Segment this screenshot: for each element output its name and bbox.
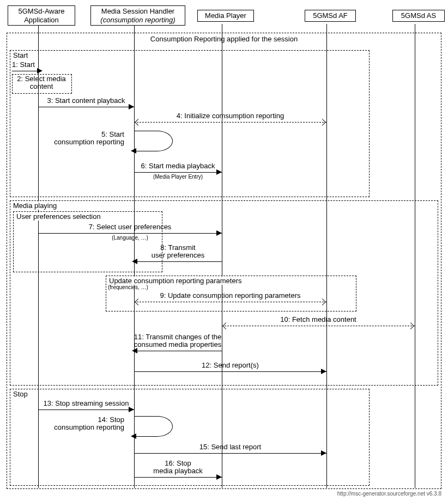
mp-line1: Media Player	[205, 11, 246, 20]
overall-title: Consumption Reporting applied for the se…	[4, 35, 444, 43]
msg-11-label: 11: Transmit changes of the consumed med…	[118, 333, 238, 349]
msg-6-label: 6: Start media playback	[134, 162, 222, 170]
msg-10-label: 10: Fetch media content	[222, 316, 415, 323]
msg-3-label: 3: Start content playback	[38, 97, 134, 105]
msg-7-sub: (Language, …)	[38, 235, 222, 241]
msg-1-label: 1: Start	[12, 61, 35, 69]
msh-line1: Media Session Handler	[101, 7, 174, 15]
msg-15-label: 15: Send last report	[134, 443, 326, 451]
msg-14-loop	[134, 416, 173, 437]
playing-label: Media playing	[12, 201, 58, 210]
msg-5-loop	[134, 131, 173, 151]
sequence-diagram: 5GMSd-Aware Application Media Session Ha…	[4, 4, 444, 497]
participant-msh: Media Session Handler (consumption repor…	[90, 5, 185, 26]
update-label: Update consumption reporting parameters	[108, 277, 243, 285]
footer-text: http://msc-generator.sourceforge.net v6.…	[337, 491, 441, 497]
as-line1: 5GMSd AS	[401, 11, 436, 20]
participant-mp: Media Player	[197, 10, 254, 22]
msg-7-label: 7: Select user preferences	[38, 223, 222, 231]
msg-8-label: 8: Transmit user preferences	[134, 244, 222, 260]
msh-line2: (consumption reporting)	[100, 16, 175, 24]
msg-9-label: 9: Update consumption reporting paramete…	[134, 292, 326, 300]
app-line2: Application	[24, 16, 59, 24]
af-line1: 5GMSd AF	[313, 11, 348, 20]
msg-13-label: 13: Stop streaming session	[27, 400, 145, 407]
msg-4-label: 4: Initialize comsumption reporting	[134, 112, 326, 120]
participant-af: 5GMSd AF	[305, 10, 356, 22]
msg-14-arrow	[131, 433, 136, 439]
start-label: Start	[12, 51, 29, 59]
userpref-label: User preferences selection	[15, 212, 102, 221]
participant-app: 5GMSd-Aware Application	[8, 5, 75, 26]
msg-5-arrow	[131, 148, 136, 154]
msg-16-label: 16: Stop media playback	[134, 460, 222, 475]
participant-as: 5GMSd AS	[392, 10, 445, 22]
stop-label: Stop	[12, 390, 29, 398]
msg-12-label: 12: Send report(s)	[134, 362, 326, 369]
msg-6-sub: (Media Player Entry)	[134, 174, 222, 180]
box-select	[12, 74, 72, 94]
app-line1: 5GMSd-Aware	[18, 7, 64, 15]
